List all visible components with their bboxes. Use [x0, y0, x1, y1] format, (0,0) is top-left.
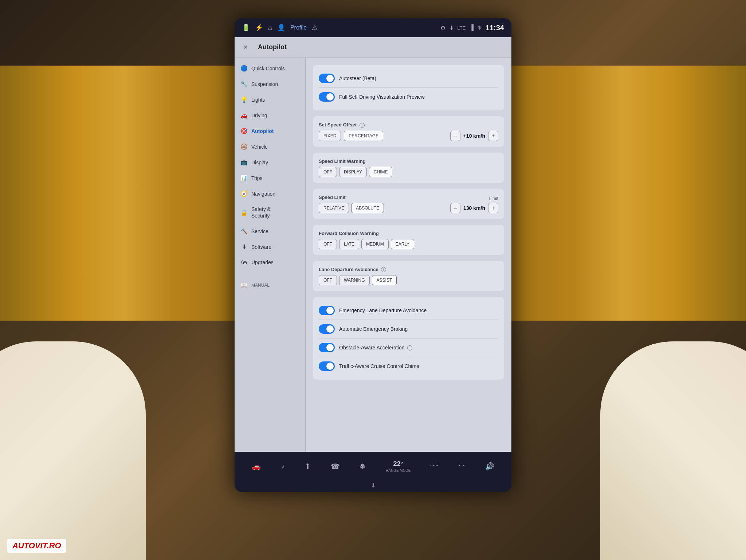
speed-limit-section: Speed Limit Limit RELATIVE ABSOLUTE – 13… — [313, 189, 504, 219]
sidebar-item-display[interactable]: 📺 Display — [235, 154, 305, 170]
wood-panel-right — [498, 66, 746, 321]
bottom-phone-icon[interactable]: ☎ — [331, 462, 340, 471]
sidebar-item-vehicle[interactable]: 🛞 Vehicle — [235, 139, 305, 154]
bottom-defrost-icon[interactable]: 〰 — [458, 462, 465, 470]
percentage-button[interactable]: PERCENTAGE — [344, 131, 383, 141]
fcw-late-button[interactable]: LATE — [339, 239, 359, 249]
speed-limit-warning-section: Speed Limit Warning OFF DISPLAY CHIME — [313, 153, 504, 183]
tacc-toggle[interactable] — [319, 361, 335, 371]
download-icon: ⬇ — [449, 24, 454, 31]
upgrades-icon: 🛍 — [240, 259, 248, 266]
sidebar-item-quick-controls[interactable]: 🔵 Quick Controls — [235, 60, 305, 76]
fan-icon: ❅ — [360, 462, 366, 471]
sidebar-label-service: Service — [251, 228, 268, 234]
sidebar: 🔵 Quick Controls 🔧 Suspension 💡 Lights 🚗… — [235, 58, 306, 452]
fcw-title: Forward Collision Warning — [319, 231, 498, 236]
sidebar-item-lights[interactable]: 💡 Lights — [235, 92, 305, 107]
fcw-off-button[interactable]: OFF — [319, 239, 337, 249]
sidebar-item-trips[interactable]: 📊 Trips — [235, 170, 305, 186]
climate-control[interactable]: 22° RANGE MODE — [386, 460, 411, 473]
speed-limit-header: Speed Limit Limit — [319, 195, 498, 203]
software-icon: ⬇ — [240, 243, 248, 250]
speed-offset-title: Set Speed Offset i — [319, 122, 498, 128]
speed-limit-increase[interactable]: + — [488, 203, 498, 213]
manual-label: MANUAL — [251, 283, 270, 288]
scroll-down-icon[interactable]: ⬇ — [371, 482, 376, 489]
close-button[interactable]: × — [240, 42, 251, 52]
speed-limit-value: 130 km/h — [463, 205, 485, 211]
top-nav: × Autopilot — [235, 37, 511, 58]
sidebar-item-navigation[interactable]: 🧭 Navigation — [235, 186, 305, 201]
vehicle-icon: 🛞 — [240, 143, 248, 150]
lte-label: LTE — [458, 25, 466, 31]
fcw-early-button[interactable]: EARLY — [391, 239, 414, 249]
relative-button[interactable]: RELATIVE — [319, 203, 349, 213]
scroll-icon: ⬆ — [305, 462, 311, 471]
lda-warning-button[interactable]: WARNING — [339, 275, 370, 285]
speed-limit-decrease[interactable]: – — [450, 203, 460, 213]
safety-icon: 🔒 — [240, 209, 248, 216]
page-title: Autopilot — [258, 43, 287, 51]
fsd-row: Full Self-Driving Visualization Preview — [319, 89, 498, 105]
home-icon: ⌂ — [268, 24, 272, 32]
sidebar-label-driving: Driving — [251, 113, 267, 118]
lda-off-button[interactable]: OFF — [319, 275, 337, 285]
bottom-fan-icon[interactable]: ❅ — [360, 462, 366, 471]
fcw-section: Forward Collision Warning OFF LATE MEDIU… — [313, 225, 504, 255]
slw-display-button[interactable]: DISPLAY — [339, 167, 367, 177]
profile-icon: 👤 — [277, 24, 285, 32]
absolute-button[interactable]: ABSOLUTE — [351, 203, 384, 213]
sidebar-item-software[interactable]: ⬇ Software — [235, 239, 305, 255]
bottom-volume-icon[interactable]: 🔊 — [485, 462, 494, 471]
sidebar-item-upgrades[interactable]: 🛍 Upgrades — [235, 255, 305, 270]
elda-row: Emergency Lane Departure Avoidance — [319, 303, 498, 318]
oaa-toggle[interactable] — [319, 343, 335, 352]
speed-offset-increase[interactable]: + — [488, 131, 498, 141]
time-display: 11:34 — [486, 24, 504, 32]
seat-left — [0, 341, 146, 560]
lda-info-icon[interactable]: i — [381, 267, 386, 272]
manual-button[interactable]: 📖 MANUAL — [235, 277, 305, 293]
slw-chime-button[interactable]: CHIME — [369, 167, 393, 177]
sidebar-item-suspension[interactable]: 🔧 Suspension — [235, 76, 305, 92]
sidebar-item-autopilot[interactable]: 🎯 Autopilot — [235, 123, 305, 139]
service-icon: 🔨 — [240, 228, 248, 235]
autosteer-toggle[interactable] — [319, 74, 335, 83]
fcw-medium-button[interactable]: MEDIUM — [361, 239, 389, 249]
range-mode-label: RANGE MODE — [386, 469, 411, 473]
oaa-info-icon[interactable]: i — [407, 345, 412, 351]
sidebar-item-driving[interactable]: 🚗 Driving — [235, 107, 305, 123]
lda-assist-button[interactable]: ASSIST — [372, 275, 397, 285]
bottom-scroll-icon[interactable]: ⬆ — [305, 462, 311, 471]
speed-offset-info-icon[interactable]: i — [360, 123, 365, 128]
limit-col-label: Limit — [489, 196, 498, 201]
wood-panel-left — [0, 66, 248, 321]
bottom-car-icon[interactable]: 🚗 — [252, 462, 261, 471]
settings-icon: ⚙ — [440, 24, 445, 31]
bottom-music-icon[interactable]: ♪ — [281, 462, 284, 470]
fixed-button[interactable]: FIXED — [319, 131, 341, 141]
status-right: ⚙ ⬇ LTE ▐ ✳ 11:34 — [440, 24, 504, 32]
fsd-toggle[interactable] — [319, 92, 335, 102]
manual-icon: 📖 — [240, 282, 248, 289]
autopilot-toggles-section: Autosteer (Beta) Full Self-Driving Visua… — [313, 65, 504, 110]
lda-title: Lane Departure Avoidance i — [319, 267, 498, 273]
safety-toggles-section: Emergency Lane Departure Avoidance Autom… — [313, 297, 504, 380]
sidebar-label-navigation: Navigation — [251, 191, 275, 197]
signal-icon: ▐ — [470, 24, 474, 31]
car-bottom-icon: 🚗 — [252, 462, 261, 471]
bottom-wiper-icon[interactable]: 〰 — [431, 462, 438, 470]
sidebar-label-autopilot: Autopilot — [251, 128, 274, 134]
sidebar-label-software: Software — [251, 244, 271, 250]
speed-limit-warning-controls: OFF DISPLAY CHIME — [319, 167, 498, 177]
bottom-icons-row2: ⬇ — [235, 481, 511, 492]
aeb-toggle[interactable] — [319, 324, 335, 334]
slw-off-button[interactable]: OFF — [319, 167, 337, 177]
speed-offset-section: Set Speed Offset i FIXED PERCENTAGE – +1… — [313, 116, 504, 147]
tacc-row: Traffic-Aware Cruise Control Chime — [319, 359, 498, 374]
elda-toggle[interactable] — [319, 306, 335, 315]
sidebar-item-safety[interactable]: 🔒 Safety &Security — [235, 201, 305, 223]
speed-offset-decrease[interactable]: – — [450, 131, 460, 141]
elda-label: Emergency Lane Departure Avoidance — [339, 308, 427, 313]
sidebar-item-service[interactable]: 🔨 Service — [235, 223, 305, 239]
